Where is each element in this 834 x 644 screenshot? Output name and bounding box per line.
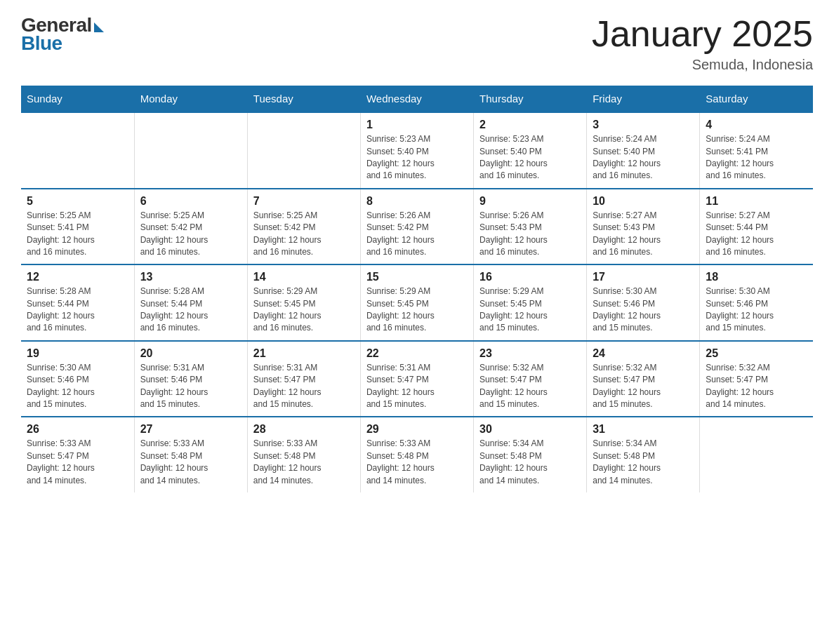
page-header: GeneralBlue January 2025 Semuda, Indones… [21, 14, 813, 73]
table-row: 30Sunrise: 5:34 AMSunset: 5:48 PMDayligh… [474, 417, 587, 492]
day-info: Sunrise: 5:32 AMSunset: 5:47 PMDaylight:… [479, 362, 581, 411]
day-info: Sunrise: 5:23 AMSunset: 5:40 PMDaylight:… [366, 133, 468, 182]
day-number: 11 [706, 195, 807, 208]
col-monday: Monday [134, 86, 247, 112]
table-row: 3Sunrise: 5:24 AMSunset: 5:40 PMDaylight… [587, 112, 700, 189]
day-number: 1 [366, 119, 468, 131]
table-row: 8Sunrise: 5:26 AMSunset: 5:42 PMDaylight… [360, 189, 473, 265]
day-info: Sunrise: 5:28 AMSunset: 5:44 PMDaylight:… [140, 286, 241, 335]
table-row: 5Sunrise: 5:25 AMSunset: 5:41 PMDaylight… [21, 189, 134, 265]
day-number: 9 [479, 195, 581, 208]
day-info: Sunrise: 5:24 AMSunset: 5:41 PMDaylight:… [706, 133, 807, 182]
col-thursday: Thursday [474, 86, 587, 112]
day-info: Sunrise: 5:34 AMSunset: 5:48 PMDaylight:… [479, 438, 581, 487]
day-info: Sunrise: 5:27 AMSunset: 5:43 PMDaylight:… [593, 210, 694, 259]
day-info: Sunrise: 5:33 AMSunset: 5:47 PMDaylight:… [27, 438, 128, 487]
table-row [21, 112, 134, 189]
table-row: 31Sunrise: 5:34 AMSunset: 5:48 PMDayligh… [587, 417, 700, 492]
table-row: 26Sunrise: 5:33 AMSunset: 5:47 PMDayligh… [21, 417, 134, 492]
day-number: 19 [27, 347, 128, 360]
table-row: 2Sunrise: 5:23 AMSunset: 5:40 PMDaylight… [474, 112, 587, 189]
day-number: 26 [27, 423, 128, 436]
table-row: 11Sunrise: 5:27 AMSunset: 5:44 PMDayligh… [700, 189, 813, 265]
day-number: 30 [479, 423, 581, 436]
day-info: Sunrise: 5:29 AMSunset: 5:45 PMDaylight:… [479, 286, 581, 335]
table-row: 14Sunrise: 5:29 AMSunset: 5:45 PMDayligh… [247, 264, 360, 341]
col-tuesday: Tuesday [247, 86, 360, 112]
day-info: Sunrise: 5:33 AMSunset: 5:48 PMDaylight:… [253, 438, 355, 487]
table-row: 25Sunrise: 5:32 AMSunset: 5:47 PMDayligh… [700, 341, 813, 417]
day-number: 16 [479, 271, 581, 283]
col-sunday: Sunday [21, 86, 134, 112]
day-info: Sunrise: 5:31 AMSunset: 5:46 PMDaylight:… [140, 362, 241, 411]
col-friday: Friday [587, 86, 700, 112]
table-row: 24Sunrise: 5:32 AMSunset: 5:47 PMDayligh… [587, 341, 700, 417]
table-row [700, 417, 813, 492]
day-info: Sunrise: 5:32 AMSunset: 5:47 PMDaylight:… [593, 362, 694, 411]
col-saturday: Saturday [700, 86, 813, 112]
calendar-body: 1Sunrise: 5:23 AMSunset: 5:40 PMDaylight… [21, 112, 813, 492]
col-wednesday: Wednesday [360, 86, 473, 112]
table-row: 4Sunrise: 5:24 AMSunset: 5:41 PMDaylight… [700, 112, 813, 189]
day-info: Sunrise: 5:31 AMSunset: 5:47 PMDaylight:… [253, 362, 355, 411]
table-row: 13Sunrise: 5:28 AMSunset: 5:44 PMDayligh… [134, 264, 247, 341]
calendar-table: Sunday Monday Tuesday Wednesday Thursday… [21, 86, 813, 492]
day-number: 12 [27, 271, 128, 283]
table-row: 9Sunrise: 5:26 AMSunset: 5:43 PMDaylight… [474, 189, 587, 265]
day-number: 15 [366, 271, 468, 283]
day-number: 20 [140, 347, 241, 360]
table-row: 7Sunrise: 5:25 AMSunset: 5:42 PMDaylight… [247, 189, 360, 265]
day-number: 10 [593, 195, 694, 208]
day-info: Sunrise: 5:30 AMSunset: 5:46 PMDaylight:… [27, 362, 128, 411]
day-number: 29 [366, 423, 468, 436]
table-row: 10Sunrise: 5:27 AMSunset: 5:43 PMDayligh… [587, 189, 700, 265]
day-number: 28 [253, 423, 355, 436]
calendar-title: January 2025 [592, 14, 813, 54]
day-number: 5 [27, 195, 128, 208]
day-info: Sunrise: 5:34 AMSunset: 5:48 PMDaylight:… [593, 438, 694, 487]
day-number: 31 [593, 423, 694, 436]
day-info: Sunrise: 5:31 AMSunset: 5:47 PMDaylight:… [366, 362, 468, 411]
table-row: 1Sunrise: 5:23 AMSunset: 5:40 PMDaylight… [360, 112, 473, 189]
table-row: 21Sunrise: 5:31 AMSunset: 5:47 PMDayligh… [247, 341, 360, 417]
day-number: 14 [253, 271, 355, 283]
calendar-header: Sunday Monday Tuesday Wednesday Thursday… [21, 86, 813, 112]
day-number: 13 [140, 271, 241, 283]
table-row: 15Sunrise: 5:29 AMSunset: 5:45 PMDayligh… [360, 264, 473, 341]
table-row: 18Sunrise: 5:30 AMSunset: 5:46 PMDayligh… [700, 264, 813, 341]
day-info: Sunrise: 5:26 AMSunset: 5:43 PMDaylight:… [479, 210, 581, 259]
table-row: 12Sunrise: 5:28 AMSunset: 5:44 PMDayligh… [21, 264, 134, 341]
day-number: 2 [479, 119, 581, 131]
day-number: 4 [706, 119, 807, 131]
table-row: 16Sunrise: 5:29 AMSunset: 5:45 PMDayligh… [474, 264, 587, 341]
day-info: Sunrise: 5:30 AMSunset: 5:46 PMDaylight:… [593, 286, 694, 335]
day-info: Sunrise: 5:30 AMSunset: 5:46 PMDaylight:… [706, 286, 807, 335]
day-number: 8 [366, 195, 468, 208]
table-row: 28Sunrise: 5:33 AMSunset: 5:48 PMDayligh… [247, 417, 360, 492]
table-row: 23Sunrise: 5:32 AMSunset: 5:47 PMDayligh… [474, 341, 587, 417]
table-row: 20Sunrise: 5:31 AMSunset: 5:46 PMDayligh… [134, 341, 247, 417]
day-number: 18 [706, 271, 807, 283]
day-number: 27 [140, 423, 241, 436]
table-row [134, 112, 247, 189]
day-info: Sunrise: 5:25 AMSunset: 5:42 PMDaylight:… [253, 210, 355, 259]
table-row: 29Sunrise: 5:33 AMSunset: 5:48 PMDayligh… [360, 417, 473, 492]
day-info: Sunrise: 5:25 AMSunset: 5:42 PMDaylight:… [140, 210, 241, 259]
title-section: January 2025 Semuda, Indonesia [592, 14, 813, 73]
day-info: Sunrise: 5:29 AMSunset: 5:45 PMDaylight:… [253, 286, 355, 335]
day-info: Sunrise: 5:26 AMSunset: 5:42 PMDaylight:… [366, 210, 468, 259]
table-row [247, 112, 360, 189]
day-info: Sunrise: 5:33 AMSunset: 5:48 PMDaylight:… [366, 438, 468, 487]
day-info: Sunrise: 5:23 AMSunset: 5:40 PMDaylight:… [479, 133, 581, 182]
table-row: 17Sunrise: 5:30 AMSunset: 5:46 PMDayligh… [587, 264, 700, 341]
day-number: 24 [593, 347, 694, 360]
calendar-subtitle: Semuda, Indonesia [592, 57, 813, 73]
day-number: 7 [253, 195, 355, 208]
day-info: Sunrise: 5:32 AMSunset: 5:47 PMDaylight:… [706, 362, 807, 411]
day-number: 6 [140, 195, 241, 208]
table-row: 22Sunrise: 5:31 AMSunset: 5:47 PMDayligh… [360, 341, 473, 417]
day-number: 25 [706, 347, 807, 360]
day-number: 22 [366, 347, 468, 360]
day-info: Sunrise: 5:29 AMSunset: 5:45 PMDaylight:… [366, 286, 468, 335]
day-info: Sunrise: 5:33 AMSunset: 5:48 PMDaylight:… [140, 438, 241, 487]
